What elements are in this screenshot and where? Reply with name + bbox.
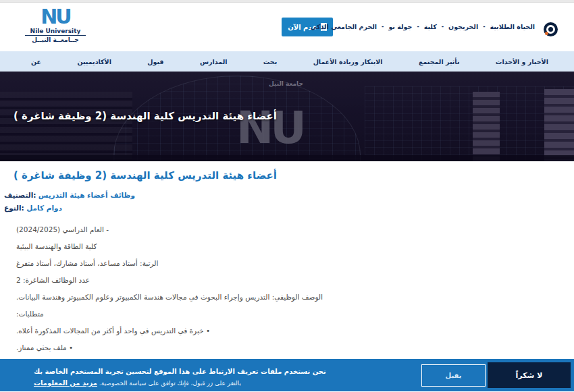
category-link[interactable]: وظائف أعضاء هيئة التدريس	[38, 191, 135, 199]
nile-university-logo[interactable]: NU Nile University جــامعــة النيــل	[25, 7, 86, 43]
top-link[interactable]: كلية	[424, 23, 437, 30]
nav-item[interactable]: تأثير المجتمع	[419, 58, 460, 65]
job-description-line: الرتبة: أستاذ مساعد، أستاذ مشارك، أستاذ …	[16, 259, 574, 267]
header: NU Nile University جــامعــة النيــل قدم…	[0, 3, 574, 51]
logo-name-ar: جــامعــة النيــل	[25, 35, 86, 43]
job-description-line: كلية الطاقة والهندسة البيئية	[16, 242, 574, 250]
more-info-link[interactable]: مزيد من المعلومات	[34, 379, 97, 387]
nav-item[interactable]: الأكاديميين	[77, 58, 111, 65]
top-link[interactable]: جولة نو	[388, 23, 412, 30]
job-description-line: • خبرة في التدريس في واحد أو أكثر من الم…	[16, 327, 574, 335]
nav-item[interactable]: عن	[31, 58, 41, 65]
type-link[interactable]: دوام كامل	[26, 204, 62, 212]
job-meta: التصنيف: وظائف أعضاء هيئة التدريس النوع:…	[4, 191, 574, 212]
cookie-sentence: بالنقر على زر قبول، فإنك توافق على سياسة…	[99, 380, 241, 387]
nav-item[interactable]: قبول	[147, 58, 163, 65]
link-separator: -	[382, 24, 384, 30]
cookie-consent-bar: نحن نستخدم ملفات تعريف الارتباط على هذا …	[0, 359, 574, 391]
logo-name-en: Nile University	[25, 28, 86, 34]
decline-button[interactable]: لا شكراً	[488, 362, 571, 388]
job-description-line: متطلبات:	[16, 310, 574, 318]
hero-title: أعضاء هيئة التدريس كلية الهندسة (2 وظيفة…	[14, 110, 277, 122]
link-separator: -	[442, 24, 444, 30]
meta-type-row: النوع: دوام كامل	[4, 204, 574, 212]
main-navbar: عنالأكاديميينقبولالمدارسبحثالابتكار وريا…	[0, 51, 574, 72]
category-label: التصنيف:	[4, 191, 36, 199]
nav-item[interactable]: الأخبار و الأحداث	[496, 58, 548, 65]
top-link[interactable]: الحياة الطلابية	[490, 23, 535, 30]
top-link[interactable]: الخريجون	[448, 23, 478, 30]
job-description-line: عدد الوظائف الشاغرة: 2	[16, 276, 574, 284]
job-description: - العام الدراسي (2024/2025)كلية الطاقة و…	[16, 225, 574, 352]
article-content: أعضاء هيئة التدريس كلية الهندسة (2 وظيفة…	[0, 161, 574, 359]
accessibility-icon-core	[548, 27, 553, 32]
top-link[interactable]: الحرم الجامعي الذكي	[310, 23, 377, 30]
hero-banner: جامعة النيل NU أعضاء هيئة التدريس كلية ا…	[0, 72, 574, 161]
accessibility-icon[interactable]	[544, 22, 558, 36]
nav-item[interactable]: الابتكار وريادة الأعمال	[313, 58, 383, 65]
link-separator: -	[417, 24, 419, 30]
cookie-message: نحن نستخدم ملفات تعريف الارتباط على هذا …	[34, 368, 326, 375]
meta-category-row: التصنيف: وظائف أعضاء هيئة التدريس	[4, 191, 574, 199]
job-description-line: الوصف الوظيفي: التدريس وإجراء البحوث في …	[16, 293, 574, 301]
nav-item[interactable]: المدارس	[200, 58, 228, 65]
accept-button[interactable]: يقبل	[421, 364, 486, 387]
header-links: الحياة الطلابية-الخريجون-كلية-جولة نو-ال…	[310, 23, 535, 30]
cookie-details: بالنقر على زر قبول، فإنك توافق على سياسة…	[34, 379, 241, 387]
nav-item[interactable]: بحث	[263, 58, 277, 65]
type-label: النوع:	[4, 204, 24, 212]
job-description-line: • ملف بحثي ممتاز.	[16, 343, 574, 352]
link-separator: -	[483, 24, 485, 30]
nu-logo-mark: NU	[25, 7, 86, 27]
accessibility-icon-dot	[545, 32, 548, 35]
page-title: أعضاء هيئة التدريس كلية الهندسة (2 وظيفة…	[14, 169, 277, 181]
job-description-line: - العام الدراسي (2024/2025)	[16, 225, 574, 233]
